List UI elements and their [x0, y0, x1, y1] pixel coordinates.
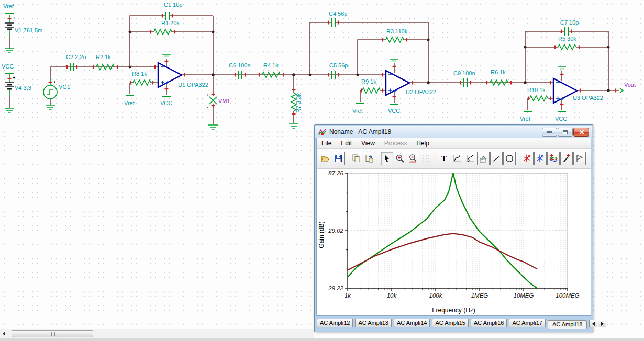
svg-text:+: + — [206, 93, 209, 98]
label-vm1: VM1 — [218, 98, 230, 104]
svg-text:a: a — [528, 154, 531, 158]
svg-text:+: + — [53, 79, 56, 85]
copy-button[interactable] — [350, 152, 362, 165]
menu-edit[interactable]: Edit — [336, 139, 357, 148]
menu-bar: File Edit View Process Help — [317, 138, 591, 149]
output-terminal-vout[interactable] — [620, 88, 623, 93]
scroll-left-button[interactable] — [0, 330, 7, 337]
add-curves-button[interactable] — [547, 152, 560, 165]
schematic-components[interactable]: + - — [5, 12, 623, 129]
minimize-button[interactable] — [542, 128, 557, 137]
diagram-tab-bar: AC Ampli12 AC Ampli13 AC Ampli14 AC Ampl… — [317, 317, 591, 330]
svg-text:100k: 100k — [429, 292, 443, 299]
label-c6: C6 100n — [229, 62, 251, 69]
tab-ac-ampli17[interactable]: AC Ampli17 — [509, 319, 545, 327]
tab-scroll-left-button[interactable] — [589, 320, 597, 327]
menu-help[interactable]: Help — [412, 139, 434, 148]
tab-right-icon — [601, 322, 604, 326]
label-r2: R2 1k — [96, 54, 111, 60]
label-u1: U1 OPA322 — [178, 82, 208, 88]
label-c2: C2 2,2n — [66, 54, 86, 60]
flag-icon — [575, 154, 584, 163]
copy-icon — [351, 154, 361, 163]
label-u1-vcc: VCC — [160, 100, 172, 106]
app-icon — [318, 128, 327, 136]
window-titlebar[interactable]: Noname - AC Ampli18 — [315, 126, 592, 138]
probe-tool-button[interactable] — [560, 152, 573, 165]
tab-ac-ampli12[interactable]: AC Ampli12 — [317, 319, 353, 327]
legend-tool-button[interactable] — [477, 152, 490, 165]
zoom-100-button[interactable]: 100% — [407, 152, 419, 165]
grid-icon — [421, 154, 431, 163]
minimize-icon — [547, 131, 552, 133]
marker-tool-button[interactable] — [573, 152, 586, 165]
ellipse-tool-button[interactable] — [503, 152, 516, 165]
grid-toggle-button — [420, 152, 432, 165]
gain-chart[interactable]: 87.2629.02-29.221k10k100k1MEG10MEG100MEG — [317, 169, 591, 314]
cursor-b-button[interactable]: b — [534, 152, 547, 165]
tab-ac-ampli16[interactable]: AC Ampli16 — [471, 319, 507, 327]
resistor-r5[interactable] — [558, 44, 576, 50]
svg-text:29.02: 29.02 — [328, 228, 343, 234]
curve-edit-2-button[interactable] — [464, 152, 476, 165]
menu-view[interactable]: View — [357, 139, 380, 148]
zoom-in-icon — [395, 154, 405, 163]
resistor-r9[interactable] — [362, 88, 380, 93]
svg-text:b: b — [541, 154, 544, 158]
label-r7: R7 3,3k — [295, 93, 302, 113]
paste-icon — [364, 154, 374, 163]
close-button[interactable] — [573, 128, 589, 137]
y-axis-title: Gain (dB) — [318, 211, 325, 258]
zoom-in-button[interactable] — [394, 152, 406, 165]
tab-scroll-right-button[interactable] — [598, 320, 606, 327]
menu-file[interactable]: File — [317, 139, 336, 148]
capacitor-c1[interactable] — [165, 12, 169, 20]
capacitor-c4[interactable] — [331, 18, 335, 27]
plot-panel: 87.2629.02-29.221k10k100k1MEG10MEG100MEG… — [317, 169, 591, 315]
resistor-r10[interactable] — [530, 96, 548, 101]
pointer-icon — [382, 154, 392, 163]
svg-text:-29.22: -29.22 — [326, 285, 343, 291]
cursor-a-button[interactable]: a — [521, 152, 534, 165]
tab-ac-ampli18[interactable]: AC Ampli18 — [548, 320, 587, 329]
save-button[interactable] — [332, 152, 345, 165]
paste-button[interactable] — [363, 152, 375, 165]
label-c4: C4 56p — [329, 10, 347, 17]
tab-ac-ampli14[interactable]: AC Ampli14 — [394, 319, 430, 327]
label-vg1: VG1 — [59, 84, 70, 90]
curve-edit-button[interactable] — [451, 152, 463, 165]
pointer-tool-button[interactable] — [381, 152, 393, 165]
svg-text:10k: 10k — [387, 292, 397, 299]
line-icon — [492, 154, 501, 163]
label-vout: Vout — [624, 82, 636, 88]
svg-text:100%: 100% — [409, 160, 416, 163]
tab-ac-ampli15[interactable]: AC Ampli15 — [432, 319, 468, 327]
maximize-button[interactable] — [558, 128, 573, 137]
label-r10: R10 1k — [527, 87, 546, 93]
tab-ac-ampli13[interactable]: AC Ampli13 — [355, 319, 391, 327]
svg-text:100MEG: 100MEG — [556, 292, 579, 299]
label-c7: C7 10p — [560, 19, 579, 26]
toolbar: 100% T — [317, 149, 591, 169]
text-tool-icon: T — [441, 154, 447, 163]
scrollbar-thumb[interactable] — [12, 330, 93, 337]
svg-text:87.26: 87.26 — [328, 170, 343, 176]
voltmeter-vm1[interactable]: + - — [206, 93, 218, 129]
resistor-r3[interactable] — [386, 37, 404, 42]
line-tool-button[interactable] — [490, 152, 503, 165]
statusbar-strip — [0, 338, 644, 341]
resistor-r1[interactable] — [154, 29, 172, 35]
svg-text:1k: 1k — [345, 292, 351, 299]
schematic-wires — [9, 15, 619, 124]
ac-analysis-window[interactable]: Noname - AC Ampli18 File Edit View Proce… — [314, 124, 593, 332]
label-vref-rail: Vref — [3, 3, 14, 9]
text-tool-button[interactable]: T — [438, 152, 450, 165]
label-c9: C9 100n — [453, 70, 475, 76]
label-u2-vref: Vref — [352, 108, 363, 114]
waveforms-icon — [549, 154, 558, 163]
schematic-horizontal-scrollbar[interactable] — [0, 329, 314, 338]
open-file-button[interactable] — [319, 152, 331, 165]
label-v1: V1 761,5m — [15, 27, 42, 33]
resistor-r8[interactable] — [133, 80, 151, 85]
capacitor-c7[interactable] — [564, 27, 568, 36]
